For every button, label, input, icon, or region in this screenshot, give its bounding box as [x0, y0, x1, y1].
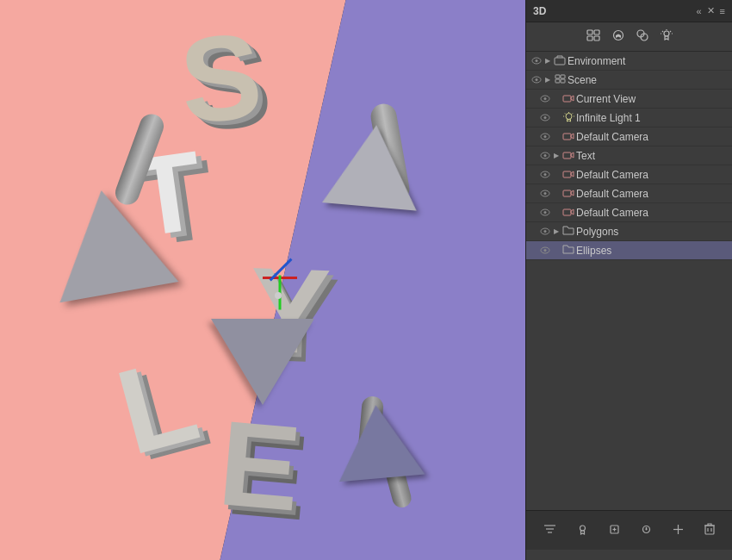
- eye-icon-default-camera-3[interactable]: [538, 189, 552, 199]
- expand-icon-polygons[interactable]: ▶: [552, 227, 561, 235]
- svg-line-11: [662, 31, 663, 32]
- svg-point-49: [544, 230, 547, 233]
- layer-name-scene: Scene: [568, 74, 729, 86]
- type-icon-default-camera: [561, 132, 576, 142]
- eye-icon-default-camera-2[interactable]: [538, 170, 552, 180]
- layer-item-default-camera-3[interactable]: Default Camera: [526, 184, 732, 203]
- eye-icon-current-view[interactable]: [538, 94, 552, 104]
- layer-item-text[interactable]: ▶Text: [526, 146, 732, 165]
- svg-rect-21: [561, 79, 565, 83]
- expand-icon-scene[interactable]: ▶: [543, 76, 552, 84]
- layer-name-infinite-light-1: Infinite Light 1: [576, 112, 729, 124]
- layer-item-infinite-light-1[interactable]: Infinite Light 1: [526, 109, 732, 128]
- triangle-2: [42, 180, 179, 302]
- triangle-3: [211, 319, 314, 405]
- layer-item-default-camera-4[interactable]: Default Camera: [526, 203, 732, 222]
- svg-point-26: [544, 116, 547, 119]
- eye-icon-text[interactable]: [538, 151, 552, 161]
- delete-bottom-icon[interactable]: [704, 523, 715, 538]
- layer-list: ▶Environment▶SceneCurrent ViewInfinite L…: [526, 52, 732, 510]
- eye-icon-default-camera-4[interactable]: [538, 208, 552, 218]
- layer-item-scene[interactable]: ▶Scene: [526, 71, 732, 90]
- eye-icon-polygons[interactable]: [538, 227, 552, 237]
- add-light-bottom-icon[interactable]: [673, 524, 684, 538]
- svg-rect-1: [594, 30, 599, 34]
- svg-point-37: [544, 154, 547, 157]
- menu-icon[interactable]: ≡: [720, 6, 725, 16]
- transform-gizmo: [263, 271, 314, 323]
- triangle-4: [332, 401, 425, 482]
- lights-icon[interactable]: [661, 29, 673, 44]
- svg-rect-38: [563, 152, 571, 159]
- svg-point-43: [544, 192, 547, 195]
- layer-item-polygons[interactable]: ▶Polygons: [526, 222, 732, 241]
- collapse-icon[interactable]: «: [696, 6, 701, 16]
- panel-header: 3D « ✕ ≡: [526, 0, 732, 22]
- svg-point-27: [566, 113, 572, 119]
- light-bottom-icon[interactable]: [577, 524, 588, 538]
- layer-name-ellipses: Ellipses: [576, 245, 729, 257]
- svg-point-40: [544, 173, 547, 176]
- type-icon-current-view: [561, 94, 576, 104]
- svg-line-29: [572, 113, 573, 114]
- eye-icon-environment[interactable]: [530, 56, 543, 66]
- materials-icon[interactable]: [636, 29, 648, 44]
- svg-rect-44: [563, 190, 571, 196]
- layer-item-default-camera[interactable]: Default Camera: [526, 128, 732, 146]
- add-mesh-bottom-icon[interactable]: [609, 524, 620, 538]
- svg-rect-19: [561, 75, 565, 78]
- svg-rect-35: [563, 134, 571, 140]
- layer-name-default-camera-4: Default Camera: [576, 207, 729, 219]
- svg-rect-41: [563, 171, 571, 177]
- layer-item-environment[interactable]: ▶Environment: [526, 52, 732, 71]
- layer-name-polygons: Polygons: [576, 226, 729, 238]
- svg-point-55: [580, 526, 586, 531]
- type-icon-ellipses: [561, 245, 576, 256]
- svg-rect-0: [587, 30, 592, 34]
- svg-point-34: [544, 135, 547, 138]
- type-icon-scene: [552, 74, 568, 85]
- layer-name-environment: Environment: [568, 55, 729, 67]
- filter-bottom-icon[interactable]: [543, 524, 556, 538]
- expand-icon-text[interactable]: ▶: [552, 152, 561, 159]
- layer-name-text: Text: [576, 150, 729, 162]
- svg-rect-2: [587, 36, 592, 40]
- svg-rect-20: [555, 79, 560, 83]
- svg-rect-47: [563, 209, 571, 215]
- svg-point-23: [544, 97, 547, 100]
- eye-icon-default-camera[interactable]: [538, 132, 552, 142]
- panel-title: 3D: [533, 5, 546, 17]
- svg-point-17: [536, 78, 538, 81]
- eye-icon-infinite-light-1[interactable]: [538, 113, 552, 123]
- render-icon[interactable]: [612, 29, 624, 44]
- constraint-bottom-icon[interactable]: [641, 524, 652, 538]
- type-icon-text: [561, 151, 576, 161]
- panel-3d: 3D « ✕ ≡: [525, 0, 732, 560]
- svg-rect-18: [555, 75, 560, 78]
- eye-icon-ellipses[interactable]: [538, 246, 552, 256]
- svg-point-51: [544, 249, 547, 252]
- layer-name-default-camera-3: Default Camera: [576, 188, 729, 200]
- scene-icon[interactable]: [586, 29, 600, 44]
- layer-name-default-camera: Default Camera: [576, 131, 729, 143]
- eye-icon-scene[interactable]: [530, 75, 543, 85]
- type-icon-default-camera-4: [561, 208, 576, 218]
- panel-header-icons: « ✕ ≡: [696, 5, 725, 16]
- close-icon[interactable]: ✕: [707, 5, 715, 16]
- expand-icon-environment[interactable]: ▶: [543, 57, 552, 65]
- svg-rect-64: [705, 526, 714, 534]
- layer-item-default-camera-2[interactable]: Default Camera: [526, 165, 732, 184]
- layer-name-current-view: Current View: [576, 93, 729, 105]
- type-icon-default-camera-3: [561, 189, 576, 199]
- svg-rect-24: [563, 96, 571, 102]
- svg-point-61: [646, 528, 648, 530]
- svg-point-14: [536, 59, 538, 62]
- type-icon-default-camera-2: [561, 170, 576, 180]
- svg-line-9: [670, 31, 671, 32]
- panel-toolbar: [526, 22, 732, 52]
- type-icon-infinite-light-1: [561, 112, 576, 124]
- layer-item-current-view[interactable]: Current View: [526, 90, 732, 109]
- layer-name-default-camera-2: Default Camera: [576, 169, 729, 181]
- svg-line-31: [565, 113, 566, 114]
- layer-item-ellipses[interactable]: Ellipses: [526, 241, 732, 260]
